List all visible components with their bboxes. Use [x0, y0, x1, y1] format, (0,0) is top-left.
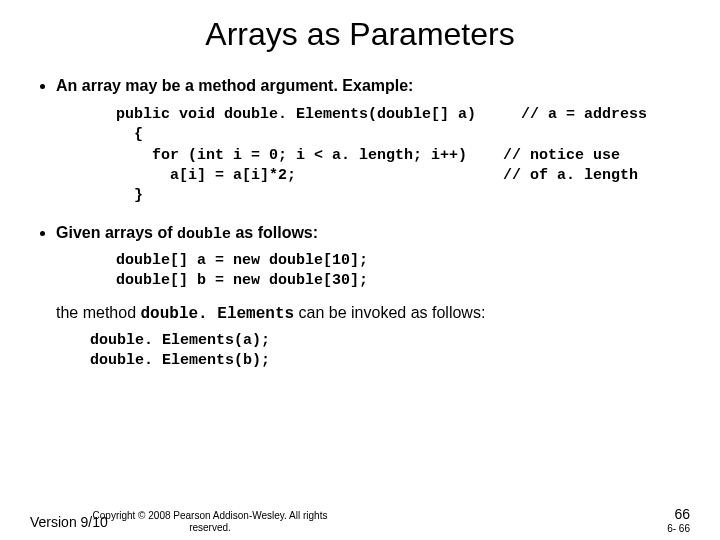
- para-pre: the method: [56, 304, 141, 321]
- bullet-2-text: Given arrays of double as follows:: [56, 224, 318, 241]
- code-block-1: public void double. Elements(double[] a)…: [116, 105, 690, 206]
- bullet-2-pre: Given arrays of: [56, 224, 177, 241]
- para-code: double. Elements: [141, 305, 295, 323]
- slide-title: Arrays as Parameters: [30, 16, 690, 53]
- bullet-1-text: An array may be a method argument. Examp…: [56, 77, 413, 94]
- code-block-2: double[] a = new double[10]; double[] b …: [116, 251, 690, 290]
- page-number-small: 6- 66: [667, 523, 690, 534]
- bullet-1: An array may be a method argument. Examp…: [56, 77, 690, 206]
- slide: Arrays as Parameters An array may be a m…: [0, 0, 720, 370]
- bullet-2-code: double: [177, 226, 231, 243]
- bullet-2-post: as follows:: [231, 224, 318, 241]
- footer-copyright: Copyright © 2008 Pearson Addison-Wesley.…: [80, 510, 340, 534]
- para-invoke: the method double. Elements can be invok…: [56, 304, 690, 323]
- code-block-3: double. Elements(a); double. Elements(b)…: [90, 331, 690, 370]
- bullet-2: Given arrays of double as follows: doubl…: [56, 224, 690, 290]
- page-number: 66: [674, 506, 690, 522]
- bullet-list: An array may be a method argument. Examp…: [30, 77, 690, 290]
- para-post: can be invoked as follows:: [294, 304, 485, 321]
